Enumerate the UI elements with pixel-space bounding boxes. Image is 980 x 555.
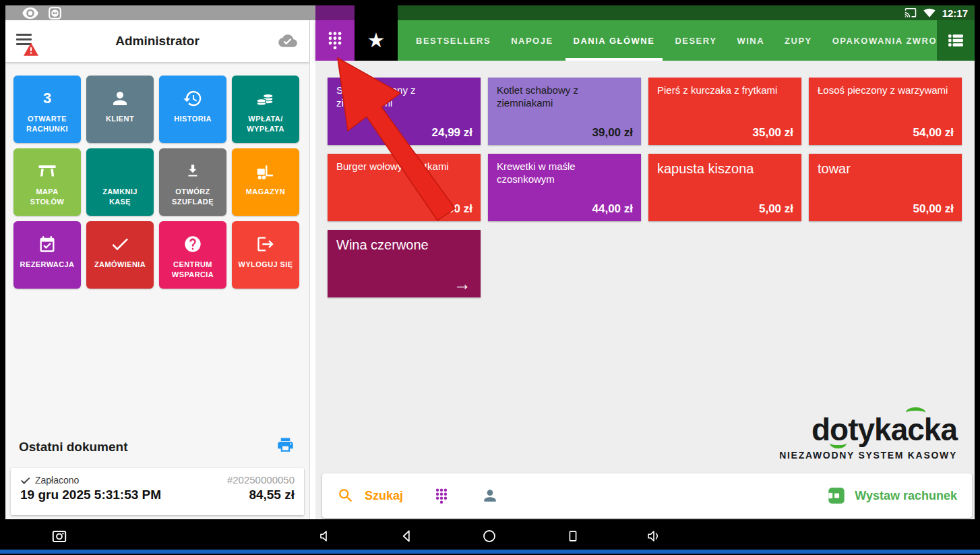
help-icon bbox=[183, 230, 202, 258]
volume-up-icon[interactable] bbox=[646, 528, 663, 544]
document-status: Zapłacono bbox=[35, 475, 79, 486]
order-action-bar: Szukaj Wystaw rachunek bbox=[322, 473, 972, 518]
document-amount: 84,55 zł bbox=[249, 488, 295, 502]
logout-icon bbox=[256, 230, 275, 258]
tab-napoje[interactable]: NAPOJE bbox=[501, 20, 563, 61]
document-number: #20250000050 bbox=[227, 474, 295, 486]
pos-screen: Administrator 3 OTWARTE RACHUNKI KLIENT bbox=[0, 0, 980, 555]
sales-panel: 12:17 ★ BESTSELLERS NAPOJE DANIA GŁÓWNE … bbox=[315, 5, 975, 519]
list-view-button[interactable] bbox=[937, 20, 975, 61]
logo-tagline: NIEZAWODNY SYSTEM KASOWY bbox=[779, 450, 957, 461]
tab-zupy[interactable]: ZUPY bbox=[774, 20, 822, 61]
star-icon: ★ bbox=[367, 30, 386, 51]
product-grid: Schab pieczony z ziemniakami 24,99 zł Ko… bbox=[328, 78, 962, 297]
recents-button[interactable] bbox=[565, 528, 580, 544]
tile-historia[interactable]: HISTORIA bbox=[159, 76, 226, 143]
product-tile[interactable]: kapusta kiszona 5,00 zł bbox=[648, 154, 801, 221]
open-bills-count: 3 bbox=[43, 84, 51, 113]
tile-rezerwacja[interactable]: REZERWACJA bbox=[13, 221, 81, 289]
keypad-tab[interactable] bbox=[315, 20, 355, 61]
category-tab-bar: ★ BESTSELLERS NAPOJE DANIA GŁÓWNE DESERY… bbox=[315, 20, 975, 61]
tile-klient[interactable]: KLIENT bbox=[86, 76, 154, 143]
table-icon bbox=[37, 157, 57, 185]
favorites-tab[interactable]: ★ bbox=[355, 20, 398, 61]
screenshot-icon[interactable] bbox=[51, 528, 68, 545]
tile-magazyn[interactable]: MAGAZYN bbox=[232, 148, 299, 216]
remote-support-icon[interactable] bbox=[49, 7, 61, 20]
coins-icon bbox=[255, 84, 276, 113]
cloud-sync-icon[interactable] bbox=[278, 33, 297, 49]
tile-centrum-wsparcia[interactable]: CENTRUM WSPARCIA bbox=[159, 221, 226, 289]
home-button[interactable] bbox=[481, 528, 497, 544]
tile-wplata-wyplata[interactable]: WPŁATA/ WYPŁATA bbox=[232, 76, 299, 143]
printer-icon[interactable] bbox=[276, 436, 295, 454]
tile-wyloguj[interactable]: WYLOGUJ SIĘ bbox=[232, 221, 299, 289]
product-tile[interactable]: Schab pieczony z ziemniakami 24,99 zł bbox=[328, 78, 481, 145]
tab-desery[interactable]: DESERY bbox=[665, 20, 727, 61]
category-tabs: BESTSELLERS NAPOJE DANIA GŁÓWNE DESERY W… bbox=[398, 20, 937, 61]
product-tile[interactable]: Burger wołowy z frytkami 49,00 zł bbox=[328, 154, 481, 221]
tab-wina[interactable]: WINA bbox=[727, 20, 774, 61]
window-accent-line bbox=[0, 550, 980, 554]
page-title: Administrator bbox=[5, 20, 309, 62]
product-area: Schab pieczony z ziemniakami 24,99 zł Ko… bbox=[315, 61, 975, 519]
overlay-status-bar bbox=[5, 5, 315, 20]
wifi-icon bbox=[923, 8, 936, 18]
tile-mapa-stolow[interactable]: MAPA STOŁÓW bbox=[13, 148, 81, 216]
search-button[interactable]: Szukaj bbox=[365, 489, 403, 503]
android-status-bar: 12:17 bbox=[315, 5, 975, 20]
product-tile[interactable]: Kotlet schabowy z ziemniakami 39,00 zł bbox=[488, 78, 641, 145]
customer-icon[interactable] bbox=[481, 487, 499, 504]
search-icon[interactable] bbox=[337, 487, 355, 504]
calendar-check-icon bbox=[38, 230, 57, 258]
tile-zamknij-kase[interactable]: ZAMKNIJ KASĘ bbox=[86, 148, 154, 216]
document-datetime: 19 gru 2025 5:31:53 PM bbox=[20, 488, 161, 502]
dialpad-icon bbox=[326, 30, 344, 51]
list-view-icon bbox=[947, 33, 964, 48]
admin-panel: Administrator 3 OTWARTE RACHUNKI KLIENT bbox=[5, 20, 310, 519]
quick-actions-grid: 3 OTWARTE RACHUNKI KLIENT HISTORIA bbox=[5, 62, 309, 289]
product-tile[interactable]: Pierś z kurczaka z frytkami 35,00 zł bbox=[648, 78, 801, 145]
tile-zamowienia[interactable]: ZAMÓWIENIA bbox=[86, 221, 154, 289]
history-icon bbox=[183, 84, 203, 113]
clock: 12:17 bbox=[942, 7, 968, 19]
tile-otwarte-rachunki[interactable]: 3 OTWARTE RACHUNKI bbox=[13, 76, 81, 143]
open-category-arrow-icon: → bbox=[454, 274, 471, 295]
product-tile[interactable]: Krewetki w maśle czosnkowym 44,00 zł bbox=[488, 154, 641, 221]
admin-panel-header: Administrator bbox=[5, 20, 309, 62]
product-tile[interactable]: towar 50,00 zł bbox=[809, 154, 962, 221]
tab-bestsellers[interactable]: BESTSELLERS bbox=[406, 20, 501, 61]
panel-divider bbox=[310, 20, 315, 519]
last-document-title: Ostatni dokument bbox=[19, 440, 128, 455]
forklift-icon bbox=[255, 157, 276, 185]
receipt-icon bbox=[827, 487, 846, 504]
cast-icon bbox=[905, 8, 917, 18]
dotykacka-logo: dotykacka NIEZAWODNY SYSTEM KASOWY bbox=[779, 414, 957, 461]
tab-dania-glowne[interactable]: DANIA GŁÓWNE bbox=[563, 20, 665, 61]
volume-down-icon[interactable] bbox=[318, 528, 334, 544]
check-icon bbox=[109, 230, 131, 258]
back-button[interactable] bbox=[399, 528, 415, 544]
product-tile[interactable]: Łosoś pieczony z warzywami 54,00 zł bbox=[809, 78, 962, 145]
android-nav-bar bbox=[0, 523, 980, 550]
issue-receipt-button[interactable]: Wystaw rachunek bbox=[827, 487, 957, 504]
last-document-card[interactable]: Zapłacono #20250000050 19 gru 2025 5:31:… bbox=[11, 468, 304, 515]
tab-opakowania-zwrotne[interactable]: OPAKOWANIA ZWROTNE bbox=[822, 20, 937, 61]
dialpad-icon[interactable] bbox=[434, 488, 449, 504]
eye-icon[interactable] bbox=[22, 7, 39, 19]
drawer-icon bbox=[184, 157, 202, 185]
category-tile-wina-czerwone[interactable]: Wina czerwone → bbox=[328, 230, 481, 297]
paid-check-icon bbox=[20, 476, 30, 484]
person-icon bbox=[110, 84, 130, 113]
tile-otworz-szuflade[interactable]: OTWÓRZ SZUFLADĘ bbox=[159, 148, 226, 216]
